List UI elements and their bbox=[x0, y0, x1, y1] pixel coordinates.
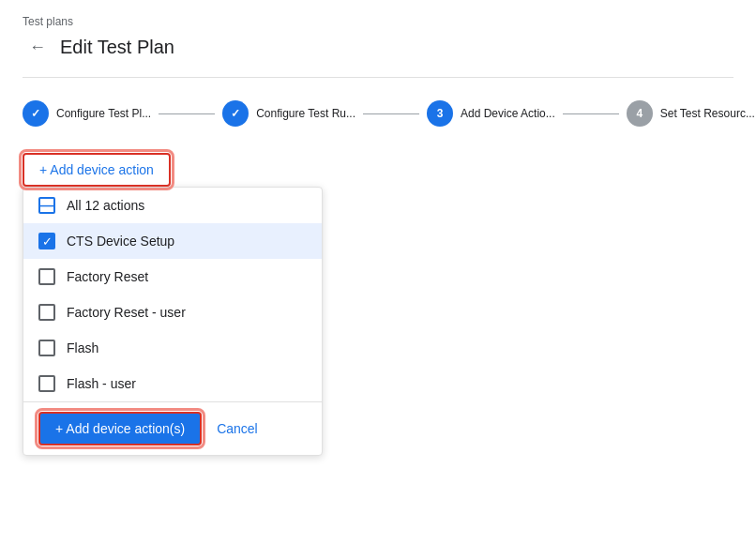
checkbox-flash-user bbox=[38, 375, 55, 392]
step-2-check-icon: ✓ bbox=[231, 107, 240, 120]
indeterminate-icon: — bbox=[40, 199, 53, 212]
stepper: ✓ Configure Test Pl... ✓ Configure Test … bbox=[23, 100, 733, 127]
step-2-circle: ✓ bbox=[222, 100, 249, 127]
add-device-action-button[interactable]: + Add device action bbox=[23, 153, 171, 187]
checkbox-factory-reset bbox=[38, 268, 55, 285]
step-4-label: Set Test Resourc... bbox=[660, 107, 755, 120]
page-title: Edit Test Plan bbox=[60, 37, 174, 58]
checkbox-flash bbox=[38, 340, 55, 356]
step-1: ✓ Configure Test Pl... bbox=[23, 100, 151, 127]
step-3-circle: 3 bbox=[427, 100, 453, 127]
cancel-button[interactable]: Cancel bbox=[217, 421, 258, 436]
checkbox-all: — bbox=[38, 197, 55, 214]
breadcrumb: Test plans bbox=[23, 15, 733, 28]
list-item-flash-user-label: Flash - user bbox=[67, 376, 136, 391]
back-arrow-icon: ← bbox=[29, 38, 46, 57]
page-header: ← Edit Test Plan bbox=[23, 32, 733, 62]
action-list: — All 12 actions ✓ CTS Device Setup Fact… bbox=[23, 188, 322, 401]
step-connector-1 bbox=[159, 113, 215, 114]
step-connector-2 bbox=[363, 113, 419, 114]
step-connector-3 bbox=[563, 113, 619, 114]
list-item-cts-label: CTS Device Setup bbox=[67, 234, 174, 249]
step-3-number: 3 bbox=[437, 107, 444, 120]
step-3-label: Add Device Actio... bbox=[461, 107, 555, 120]
step-2-label: Configure Test Ru... bbox=[256, 107, 355, 120]
step-2: ✓ Configure Test Ru... bbox=[222, 100, 355, 127]
list-item-factory-reset[interactable]: Factory Reset bbox=[23, 259, 322, 295]
action-dropdown-panel: — All 12 actions ✓ CTS Device Setup Fact… bbox=[23, 187, 323, 456]
list-item-flash-label: Flash bbox=[67, 340, 98, 355]
checkbox-factory-reset-user bbox=[38, 304, 55, 321]
checkbox-cts: ✓ bbox=[38, 233, 55, 249]
step-1-circle: ✓ bbox=[23, 100, 49, 127]
step-4-number: 4 bbox=[636, 107, 643, 120]
dropdown-footer: + Add device action(s) Cancel bbox=[23, 401, 322, 455]
list-item-factory-reset-label: Factory Reset bbox=[67, 269, 148, 284]
back-button[interactable]: ← bbox=[23, 32, 53, 62]
list-item-factory-reset-user-label: Factory Reset - user bbox=[67, 305, 186, 320]
list-item-factory-reset-user[interactable]: Factory Reset - user bbox=[23, 295, 322, 330]
step-4: 4 Set Test Resourc... bbox=[627, 100, 755, 127]
add-device-actions-submit-button[interactable]: + Add device action(s) bbox=[38, 412, 202, 446]
step-3: 3 Add Device Actio... bbox=[427, 100, 555, 127]
check-icon-cts: ✓ bbox=[42, 235, 53, 248]
header-divider bbox=[23, 77, 733, 78]
list-item-cts[interactable]: ✓ CTS Device Setup bbox=[23, 223, 322, 259]
list-item-all[interactable]: — All 12 actions bbox=[23, 188, 322, 223]
step-1-label: Configure Test Pl... bbox=[56, 107, 151, 120]
list-item-flash[interactable]: Flash bbox=[23, 330, 322, 366]
list-item-all-label: All 12 actions bbox=[67, 198, 144, 213]
list-item-flash-user[interactable]: Flash - user bbox=[23, 366, 322, 401]
step-4-circle: 4 bbox=[627, 100, 653, 127]
step-1-check-icon: ✓ bbox=[31, 107, 40, 120]
